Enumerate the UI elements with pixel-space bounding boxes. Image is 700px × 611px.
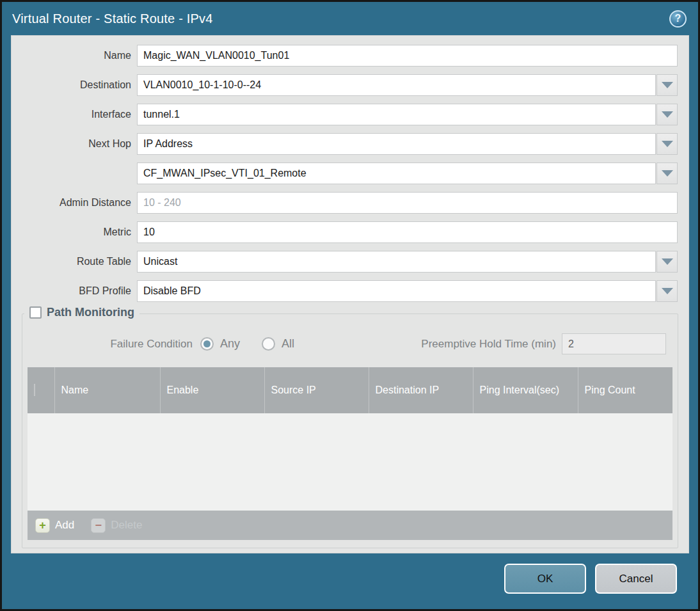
interface-dropdown-button[interactable] xyxy=(656,104,678,125)
path-monitoring-section: Path Monitoring Failure Condition Any Al… xyxy=(22,313,678,548)
dialog-title: Virtual Router - Static Route - IPv4 xyxy=(12,12,669,26)
help-icon[interactable]: ? xyxy=(669,10,687,28)
column-header-source-ip[interactable]: Source IP xyxy=(264,367,369,413)
route-table-row: Route Table xyxy=(12,251,678,273)
interface-row: Interface xyxy=(12,104,678,125)
column-header-ping-count[interactable]: Ping Count xyxy=(578,367,672,413)
table-action-bar: + Add − Delete xyxy=(28,511,672,540)
next-hop-address-row xyxy=(12,163,678,184)
table-empty-body xyxy=(28,413,672,511)
next-hop-type-input[interactable] xyxy=(137,133,656,155)
bfd-profile-row: BFD Profile xyxy=(12,280,678,302)
preemptive-hold-time-label: Preemptive Hold Time (min) xyxy=(421,338,562,351)
plus-icon: + xyxy=(35,518,50,533)
chevron-down-icon xyxy=(662,111,673,118)
destination-label: Destination xyxy=(12,79,137,91)
bfd-profile-dropdown-button[interactable] xyxy=(656,280,678,302)
dialog-titlebar: Virtual Router - Static Route - IPv4 ? xyxy=(2,2,698,35)
column-header-name[interactable]: Name xyxy=(54,367,160,413)
radio-unselected-icon xyxy=(262,337,275,351)
select-all-header-cell xyxy=(28,367,54,413)
radio-selected-icon xyxy=(200,337,214,351)
name-row: Name xyxy=(12,45,678,67)
column-header-destination-ip[interactable]: Destination IP xyxy=(369,367,473,413)
interface-input[interactable] xyxy=(137,104,656,125)
path-monitoring-table: Name Enable Source IP Destination IP Pin… xyxy=(28,367,672,413)
route-table-dropdown-button[interactable] xyxy=(656,251,678,273)
chevron-down-icon xyxy=(662,141,673,147)
next-hop-row: Next Hop xyxy=(12,133,678,155)
failure-condition-any-radio[interactable]: Any xyxy=(200,337,240,351)
interface-label: Interface xyxy=(12,109,137,120)
route-table-label: Route Table xyxy=(12,256,137,267)
chevron-down-icon xyxy=(662,82,673,88)
minus-icon: − xyxy=(91,518,106,533)
next-hop-type-dropdown-button[interactable] xyxy=(656,133,678,155)
chevron-down-icon xyxy=(662,288,673,294)
preemptive-hold-time-input[interactable] xyxy=(562,333,666,354)
admin-distance-row: Admin Distance xyxy=(12,192,678,214)
failure-condition-row: Failure Condition Any All Preemptive Hol… xyxy=(28,333,666,354)
failure-condition-label: Failure Condition xyxy=(28,338,200,351)
failure-condition-all-radio[interactable]: All xyxy=(262,337,294,351)
chevron-down-icon xyxy=(662,258,673,265)
admin-distance-input[interactable] xyxy=(137,192,678,214)
next-hop-address-input[interactable] xyxy=(137,163,656,184)
preemptive-hold-time-group: Preemptive Hold Time (min) xyxy=(421,333,666,354)
bfd-profile-input[interactable] xyxy=(137,280,656,302)
add-button-label: Add xyxy=(55,519,74,532)
metric-row: Metric xyxy=(12,221,678,243)
cancel-button[interactable]: Cancel xyxy=(595,564,677,594)
path-monitoring-title: Path Monitoring xyxy=(47,306,134,319)
add-button[interactable]: + Add xyxy=(35,518,74,533)
path-monitoring-checkbox[interactable] xyxy=(29,306,42,319)
path-monitoring-legend: Path Monitoring xyxy=(24,306,139,319)
dialog-content: Name Destination Interface xyxy=(11,35,689,553)
dialog-button-bar: OK Cancel xyxy=(2,553,698,609)
destination-input[interactable] xyxy=(137,74,656,96)
delete-button[interactable]: − Delete xyxy=(91,518,142,533)
column-header-enable[interactable]: Enable xyxy=(160,367,264,413)
select-all-checkbox[interactable] xyxy=(34,384,35,396)
metric-input[interactable] xyxy=(137,221,678,243)
destination-row: Destination xyxy=(12,74,678,96)
delete-button-label: Delete xyxy=(111,519,142,532)
destination-dropdown-button[interactable] xyxy=(656,74,678,96)
failure-condition-any-label: Any xyxy=(220,337,240,351)
failure-condition-radio-group: Any All xyxy=(200,337,294,351)
failure-condition-all-label: All xyxy=(282,337,294,351)
name-input[interactable] xyxy=(137,45,678,67)
route-table-input[interactable] xyxy=(137,251,656,273)
chevron-down-icon xyxy=(662,170,673,177)
table-header-row: Name Enable Source IP Destination IP Pin… xyxy=(28,367,672,413)
admin-distance-label: Admin Distance xyxy=(12,197,137,209)
next-hop-label: Next Hop xyxy=(12,138,137,150)
next-hop-address-dropdown-button[interactable] xyxy=(656,163,678,184)
ok-button[interactable]: OK xyxy=(504,564,586,594)
column-header-ping-interval[interactable]: Ping Interval(sec) xyxy=(473,367,578,413)
static-route-dialog: Virtual Router - Static Route - IPv4 ? N… xyxy=(0,0,700,611)
metric-label: Metric xyxy=(12,226,137,238)
name-label: Name xyxy=(12,50,137,61)
bfd-profile-label: BFD Profile xyxy=(12,285,137,297)
